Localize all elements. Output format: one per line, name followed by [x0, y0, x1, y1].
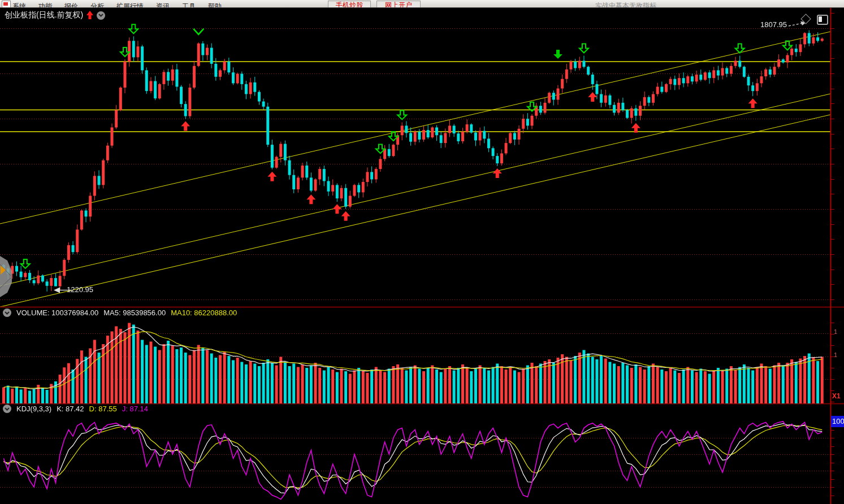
menubar-watermark-text: 实战中基本无敌指标: [595, 1, 680, 8]
volume-panel-header: VOLUME: 100376984.00 MA5: 98539856.00 MA…: [3, 308, 237, 318]
menu-button-mobile-trading[interactable]: 手机炒股: [328, 1, 371, 8]
volume-multiplier-label: X1: [832, 392, 841, 400]
kdj-d-value: D: 87.55: [89, 405, 117, 413]
menu-item-help[interactable]: 帮助: [208, 2, 222, 8]
volume-axis-label-clipped: 1: [834, 328, 837, 335]
menu-item-function[interactable]: 功能: [38, 2, 52, 8]
volume-chevron-down-icon[interactable]: [3, 309, 11, 317]
menu-button-open-account[interactable]: 网上开户: [376, 1, 421, 8]
menu-item-tools[interactable]: 工具: [182, 2, 196, 8]
kdj-chevron-down-icon[interactable]: [3, 405, 11, 413]
volume-ma5-value: MA5: 98539856.00: [103, 309, 166, 317]
menu-item-analysis[interactable]: 分析: [90, 2, 104, 8]
kdj-j-value: J: 87.14: [122, 405, 148, 413]
high-price-annotation: 1807.95: [747, 20, 787, 29]
low-price-annotation: 1220.95: [67, 285, 93, 294]
main-chart-title: 创业板指(日线.前复权): [5, 10, 83, 20]
menu-bar: 系统 功能 报价 分析 扩展行情 资讯 工具 帮助 手机炒股 网上开户 实战中基…: [0, 0, 844, 8]
app-logo-icon: [2, 1, 11, 8]
kdj-k-value: K: 87.42: [57, 405, 84, 413]
menu-item-extended[interactable]: 扩展行情: [116, 2, 144, 8]
trading-app-window: 系统 功能 报价 分析 扩展行情 资讯 工具 帮助 手机炒股 网上开户 实战中基…: [0, 0, 844, 504]
menu-item-quotes[interactable]: 报价: [64, 2, 78, 8]
volume-ma10-value: MA10: 86220888.00: [171, 309, 237, 317]
kdj-panel-header: KDJ(9,3,3) K: 87.42 D: 87.55 J: 87.14: [3, 404, 148, 414]
chevron-down-icon[interactable]: [97, 11, 105, 20]
kdj-name: KDJ(9,3,3): [16, 405, 51, 413]
chart-canvas[interactable]: [0, 0, 844, 504]
volume-axis-label-clipped: 1: [834, 351, 837, 358]
trend-up-icon: [86, 11, 94, 20]
kdj-scale-badge: 100: [831, 416, 844, 427]
main-chart-title-row: 创业板指(日线.前复权): [5, 10, 105, 20]
menu-item-system[interactable]: 系统: [12, 2, 26, 8]
volume-value: VOLUME: 100376984.00: [16, 309, 98, 317]
window-restore-icon[interactable]: [817, 15, 828, 25]
menu-item-news[interactable]: 资讯: [156, 2, 170, 8]
